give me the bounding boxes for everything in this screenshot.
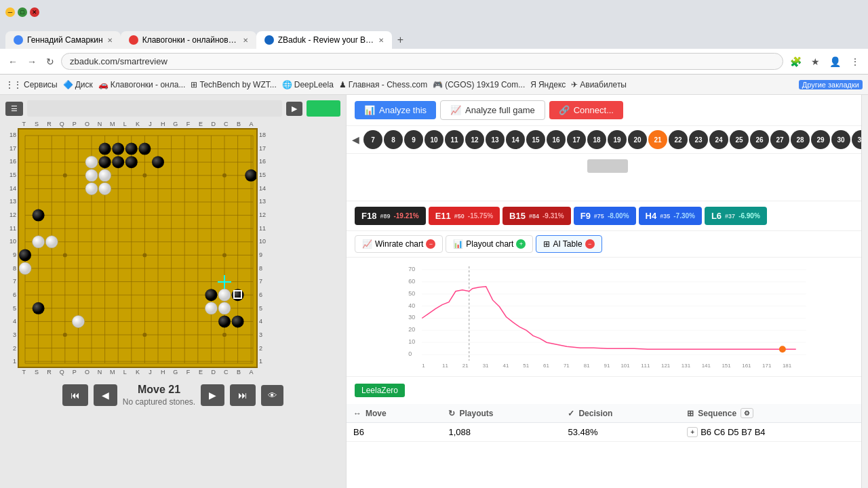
suggestion-e11[interactable]: E11 #50 -15.75%: [429, 207, 500, 225]
playout-chart-add[interactable]: +: [516, 239, 526, 249]
bookmark-techbench[interactable]: ⊞ TechBench by WZT...: [191, 80, 276, 89]
col-labels-bottom: TSRQPONMLKJHGFEDCBA: [5, 369, 270, 375]
profile-button[interactable]: 👤: [827, 55, 844, 68]
maximize-button[interactable]: □: [18, 7, 27, 17]
move-chip-24[interactable]: 24: [709, 130, 728, 149]
move-chip-19[interactable]: 19: [608, 130, 627, 149]
tab-2-close[interactable]: ✕: [243, 37, 248, 44]
move-chip-27[interactable]: 27: [770, 130, 789, 149]
move-chip-21[interactable]: 21: [648, 130, 667, 149]
suggestion-f18[interactable]: F18 #89 -19.21%: [355, 207, 426, 225]
forward-button[interactable]: →: [24, 55, 39, 68]
minimize-button[interactable]: ─: [5, 7, 15, 17]
left-back-btn[interactable]: ☰: [5, 102, 23, 116]
svg-text:81: 81: [584, 363, 590, 369]
strip-left-arrow[interactable]: ◀: [349, 134, 362, 145]
winrate-chart-remove[interactable]: −: [426, 239, 435, 249]
tab-ai-table[interactable]: ⊞ AI Table −: [536, 235, 601, 253]
reload-button[interactable]: ↻: [43, 55, 57, 68]
ai-table-remove[interactable]: −: [585, 239, 595, 249]
eye-button[interactable]: 👁: [261, 385, 283, 406]
suggestion-l6[interactable]: L6 #37 -6.90%: [705, 207, 767, 225]
stone-white: [19, 262, 31, 274]
bookmark-yandex[interactable]: Я Яндекс: [530, 80, 566, 89]
right-scrollbar[interactable]: [861, 95, 868, 488]
prev-move-button[interactable]: ◀: [94, 384, 117, 406]
move-chip-23[interactable]: 23: [689, 130, 708, 149]
cell-playouts: 1,088: [441, 423, 561, 442]
move-chip-30[interactable]: 30: [831, 130, 850, 149]
stone-black: [152, 156, 164, 168]
bookmark-avia[interactable]: ✈ Авиабилеты: [571, 80, 627, 89]
move-chip-10[interactable]: 10: [425, 130, 443, 149]
move-chip-18[interactable]: 18: [587, 130, 606, 149]
move-chip-17[interactable]: 17: [567, 130, 586, 149]
left-green-btn[interactable]: [307, 100, 340, 117]
bookmark-services[interactable]: ⋮⋮ Сервисы: [5, 80, 58, 89]
new-tab-button[interactable]: +: [392, 31, 409, 49]
move-chip-16[interactable]: 16: [547, 130, 566, 149]
stone-white: [85, 169, 98, 182]
left-next-btn[interactable]: ▶: [286, 102, 302, 116]
first-move-button[interactable]: ⏮: [62, 384, 88, 406]
move-chip-26[interactable]: 26: [750, 130, 769, 149]
bookmark-cgos[interactable]: 🎮 (CGOS) 19x19 Com...: [433, 80, 525, 89]
left-panel: ☰ ▶ TSRQPONMLKJHGFEDCBA 18 17 16 15 14 1…: [0, 95, 346, 488]
move-chip-20[interactable]: 20: [628, 130, 647, 149]
table-row[interactable]: B6 1,088 53.48% + B6 C6 D5 B7 B4: [347, 423, 868, 442]
move-chip-28[interactable]: 28: [791, 130, 810, 149]
bookmark-klavogonki[interactable]: 🚗 Клавогонки - онла...: [98, 80, 186, 89]
tab-3[interactable]: ZBaduk - Review your Baduk ga... ✕: [256, 31, 392, 49]
tab-winrate-chart[interactable]: 📈 Winrate chart −: [355, 235, 443, 253]
last-move-button[interactable]: ⏭: [230, 384, 256, 406]
svg-text:20: 20: [408, 326, 415, 333]
tab-3-close[interactable]: ✕: [378, 37, 384, 44]
bookmark-disk[interactable]: 🔷 Диск: [63, 80, 93, 89]
bookmark-chess[interactable]: ♟ Главная - Chess.com: [339, 80, 427, 89]
playouts-col-icon: ↻: [448, 409, 455, 418]
move-chip-22[interactable]: 22: [669, 130, 688, 149]
svg-text:131: 131: [682, 363, 691, 369]
tab-1[interactable]: Геннадий Самаркин ✕: [5, 31, 121, 49]
suggestion-h4[interactable]: H4 #35 -7.30%: [639, 207, 702, 225]
move-chip-25[interactable]: 25: [730, 130, 749, 149]
move-chip-7[interactable]: 7: [363, 130, 382, 149]
sequence-settings-button[interactable]: ⚙: [741, 408, 753, 418]
analyze-full-button[interactable]: 📈 Analyze full game: [440, 100, 545, 120]
move-chip-8[interactable]: 8: [384, 130, 403, 149]
move-chip-14[interactable]: 14: [506, 130, 525, 149]
svg-text:1: 1: [422, 363, 425, 369]
bookmark-star[interactable]: ★: [808, 55, 823, 68]
stone-black: [205, 289, 217, 301]
menu-button[interactable]: ⋮: [848, 55, 863, 68]
tab-2[interactable]: Клавогонки - онлайновый кла... ✕: [121, 31, 256, 49]
suggestion-b15[interactable]: B15 #84 -9.31%: [502, 207, 571, 225]
tab-1-close[interactable]: ✕: [107, 37, 113, 44]
analyze-this-button[interactable]: 📊 Analyze this: [355, 101, 436, 119]
move-chip-13[interactable]: 13: [486, 130, 505, 149]
move-chip-11[interactable]: 11: [445, 130, 464, 149]
svg-point-43: [222, 253, 226, 257]
tab-playout-chart[interactable]: 📊 Playout chart +: [446, 235, 533, 253]
move-chip-9[interactable]: 9: [404, 130, 423, 149]
svg-text:141: 141: [702, 363, 711, 369]
timeline-area: [347, 154, 868, 201]
next-move-button[interactable]: ▶: [201, 384, 224, 406]
svg-point-40: [222, 174, 226, 178]
connect-button[interactable]: 🔗 Connect...: [549, 101, 623, 119]
move-chip-29[interactable]: 29: [811, 130, 830, 149]
extensions-button[interactable]: 🧩: [787, 55, 804, 68]
url-input[interactable]: [61, 53, 783, 70]
move-chip-12[interactable]: 12: [465, 130, 484, 149]
move-col-icon: ↔: [353, 409, 361, 418]
sequence-add-button[interactable]: +: [687, 427, 698, 437]
bookmark-deepleela[interactable]: 🌐 DeepLeela: [282, 80, 334, 89]
close-button[interactable]: ✕: [30, 7, 39, 17]
tab-1-icon: [14, 35, 23, 45]
bookmark-others[interactable]: Другие закладки: [799, 80, 863, 89]
suggestion-f9[interactable]: F9 #75 -8.00%: [574, 207, 636, 225]
timeline-scrollbar[interactable]: [587, 159, 628, 173]
move-chip-15[interactable]: 15: [526, 130, 545, 149]
go-board-svg[interactable]: [18, 128, 258, 368]
back-button[interactable]: ←: [5, 55, 20, 68]
